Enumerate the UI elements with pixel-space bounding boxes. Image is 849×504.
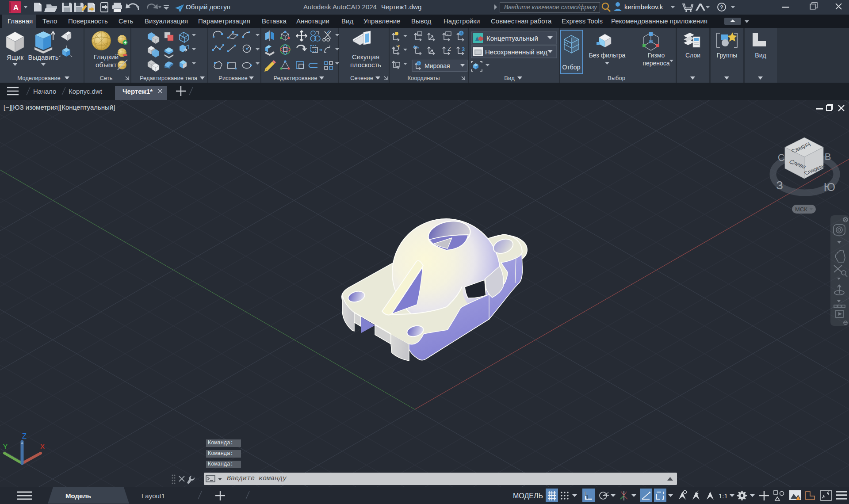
svg-text:объект: объект bbox=[96, 61, 117, 69]
svg-text:МОДЕЛЬ: МОДЕЛЬ bbox=[513, 492, 543, 500]
svg-text:МСК: МСК bbox=[795, 206, 807, 213]
svg-text:Координаты: Координаты bbox=[407, 75, 440, 81]
svg-text:Редактирование: Редактирование bbox=[273, 75, 317, 81]
svg-text:Выдавить: Выдавить bbox=[28, 53, 59, 61]
svg-text:Сеть: Сеть bbox=[100, 75, 113, 81]
svg-text:Гизмо: Гизмо bbox=[648, 52, 665, 59]
svg-text:Введите ключевое слово/фразу: Введите ключевое слово/фразу bbox=[504, 4, 597, 11]
svg-text:Вид: Вид bbox=[504, 75, 515, 81]
svg-text:Группы: Группы bbox=[717, 52, 738, 59]
svg-text:X: X bbox=[40, 443, 45, 451]
svg-text:Начало: Начало bbox=[33, 88, 56, 95]
svg-text:переноса: переноса bbox=[642, 60, 669, 67]
svg-text:Layout1: Layout1 bbox=[142, 492, 165, 500]
svg-text:3: 3 bbox=[462, 46, 465, 53]
svg-text:Z: Z bbox=[447, 46, 451, 52]
svg-text:Без фильтра: Без фильтра bbox=[589, 52, 626, 59]
svg-text:Отбор: Отбор bbox=[562, 64, 581, 71]
svg-text:Корпус.dwt: Корпус.dwt bbox=[69, 88, 103, 95]
svg-text:Вид: Вид bbox=[755, 52, 766, 59]
svg-text:Несохраненный вид: Несохраненный вид bbox=[485, 48, 547, 56]
svg-text:1:1: 1:1 bbox=[719, 492, 728, 500]
svg-text:Гладкий: Гладкий bbox=[94, 53, 119, 61]
svg-text:?: ? bbox=[720, 4, 723, 11]
svg-text:Выбор: Выбор bbox=[608, 75, 625, 81]
svg-text:Рисование: Рисование bbox=[218, 75, 247, 81]
svg-text:З: З bbox=[776, 179, 783, 192]
svg-text:Мировая: Мировая bbox=[424, 62, 450, 69]
svg-text:Слои: Слои bbox=[685, 52, 700, 59]
svg-text:плоскость: плоскость bbox=[350, 61, 381, 69]
svg-text:В: В bbox=[825, 151, 831, 162]
svg-text:Y: Y bbox=[3, 443, 8, 451]
svg-text:Сечение: Сечение bbox=[350, 75, 373, 81]
svg-text:Чертеж1*: Чертеж1* bbox=[122, 88, 153, 95]
svg-text:[−][ЮЗ изометрия][Концептуальн: [−][ЮЗ изометрия][Концептуальный] bbox=[4, 103, 115, 111]
svg-text:Модель: Модель bbox=[65, 492, 91, 500]
svg-text:x: x bbox=[398, 44, 400, 48]
svg-text:Z: Z bbox=[22, 432, 27, 440]
svg-text:Ящик: Ящик bbox=[7, 53, 24, 61]
svg-text:A: A bbox=[13, 4, 19, 12]
svg-text:Концептуальный: Концептуальный bbox=[486, 34, 538, 42]
svg-text:Ю: Ю bbox=[824, 180, 835, 194]
svg-text:Секущая: Секущая bbox=[352, 53, 379, 61]
svg-text:kerimbekov.k: kerimbekov.k bbox=[624, 3, 663, 11]
svg-text:Редактирование тела: Редактирование тела bbox=[140, 75, 198, 81]
svg-text:Моделирование: Моделирование bbox=[17, 75, 60, 81]
